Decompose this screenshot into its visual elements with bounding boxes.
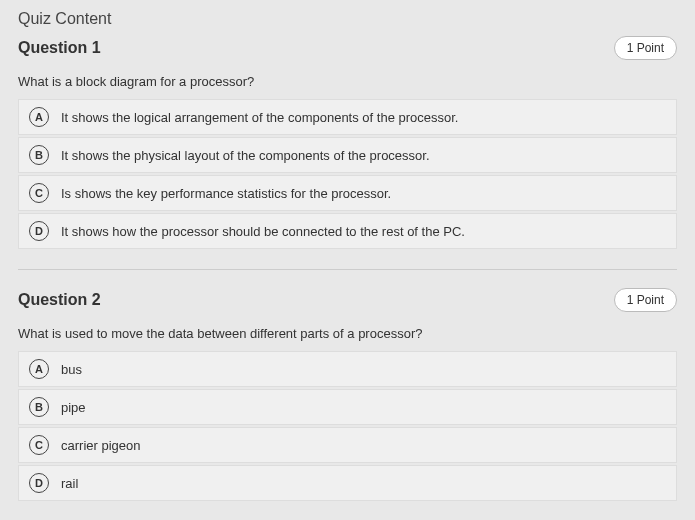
question-block: Question 2 1 Point What is used to move … xyxy=(18,288,677,501)
question-title: Question 2 xyxy=(18,291,101,309)
option-letter-icon: D xyxy=(29,221,49,241)
option-b[interactable]: B It shows the physical layout of the co… xyxy=(18,137,677,173)
point-badge: 1 Point xyxy=(614,288,677,312)
option-c[interactable]: C carrier pigeon xyxy=(18,427,677,463)
option-text: Is shows the key performance statistics … xyxy=(61,186,391,201)
option-letter-icon: A xyxy=(29,107,49,127)
question-text: What is a block diagram for a processor? xyxy=(18,74,677,89)
option-letter-icon: B xyxy=(29,145,49,165)
option-a[interactable]: A It shows the logical arrangement of th… xyxy=(18,99,677,135)
options-list: A bus B pipe C carrier pigeon D rail xyxy=(18,351,677,501)
option-d[interactable]: D It shows how the processor should be c… xyxy=(18,213,677,249)
question-title: Question 1 xyxy=(18,39,101,57)
option-text: It shows the logical arrangement of the … xyxy=(61,110,458,125)
options-list: A It shows the logical arrangement of th… xyxy=(18,99,677,249)
option-a[interactable]: A bus xyxy=(18,351,677,387)
quiz-container: Quiz Content Question 1 1 Point What is … xyxy=(0,0,695,520)
quiz-header: Quiz Content xyxy=(18,10,677,28)
option-text: pipe xyxy=(61,400,86,415)
option-text: bus xyxy=(61,362,82,377)
question-text: What is used to move the data between di… xyxy=(18,326,677,341)
option-text: carrier pigeon xyxy=(61,438,141,453)
question-header: Question 1 1 Point xyxy=(18,36,677,60)
option-letter-icon: B xyxy=(29,397,49,417)
option-text: It shows the physical layout of the comp… xyxy=(61,148,430,163)
option-letter-icon: A xyxy=(29,359,49,379)
option-letter-icon: C xyxy=(29,435,49,455)
option-text: It shows how the processor should be con… xyxy=(61,224,465,239)
point-badge: 1 Point xyxy=(614,36,677,60)
option-letter-icon: D xyxy=(29,473,49,493)
option-b[interactable]: B pipe xyxy=(18,389,677,425)
question-header: Question 2 1 Point xyxy=(18,288,677,312)
divider xyxy=(18,269,677,270)
option-c[interactable]: C Is shows the key performance statistic… xyxy=(18,175,677,211)
option-letter-icon: C xyxy=(29,183,49,203)
option-d[interactable]: D rail xyxy=(18,465,677,501)
question-block: Question 1 1 Point What is a block diagr… xyxy=(18,36,677,249)
option-text: rail xyxy=(61,476,78,491)
